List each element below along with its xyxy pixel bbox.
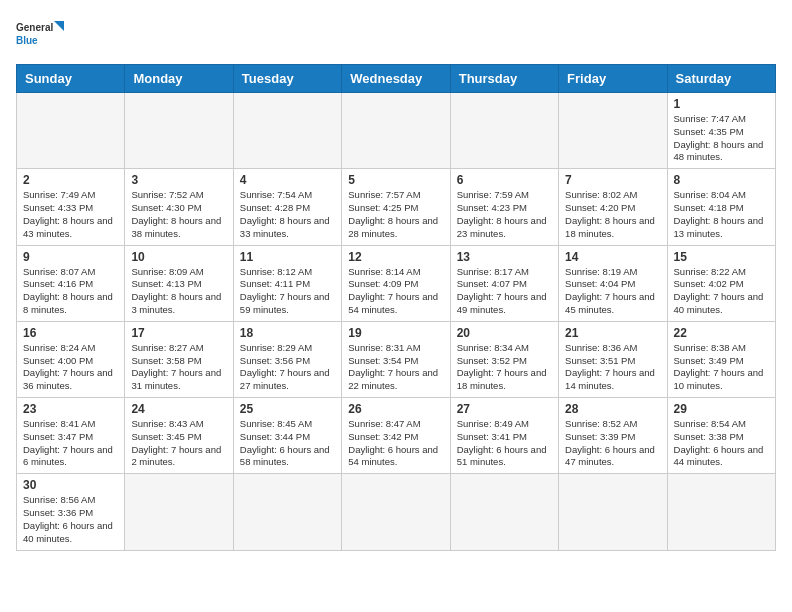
calendar-cell xyxy=(125,474,233,550)
calendar-cell: 10Sunrise: 8:09 AM Sunset: 4:13 PM Dayli… xyxy=(125,245,233,321)
day-info: Sunrise: 7:57 AM Sunset: 4:25 PM Dayligh… xyxy=(348,189,443,240)
day-number: 17 xyxy=(131,326,226,340)
day-number: 5 xyxy=(348,173,443,187)
day-number: 26 xyxy=(348,402,443,416)
day-number: 14 xyxy=(565,250,660,264)
svg-text:Blue: Blue xyxy=(16,35,38,46)
calendar-cell: 1Sunrise: 7:47 AM Sunset: 4:35 PM Daylig… xyxy=(667,93,775,169)
calendar-week-row: 9Sunrise: 8:07 AM Sunset: 4:16 PM Daylig… xyxy=(17,245,776,321)
calendar-week-row: 30Sunrise: 8:56 AM Sunset: 3:36 PM Dayli… xyxy=(17,474,776,550)
day-number: 19 xyxy=(348,326,443,340)
calendar-header-wednesday: Wednesday xyxy=(342,65,450,93)
day-number: 13 xyxy=(457,250,552,264)
day-info: Sunrise: 7:47 AM Sunset: 4:35 PM Dayligh… xyxy=(674,113,769,164)
calendar-header-sunday: Sunday xyxy=(17,65,125,93)
calendar-cell: 20Sunrise: 8:34 AM Sunset: 3:52 PM Dayli… xyxy=(450,321,558,397)
day-number: 16 xyxy=(23,326,118,340)
calendar-cell: 3Sunrise: 7:52 AM Sunset: 4:30 PM Daylig… xyxy=(125,169,233,245)
day-number: 25 xyxy=(240,402,335,416)
day-number: 28 xyxy=(565,402,660,416)
day-info: Sunrise: 8:29 AM Sunset: 3:56 PM Dayligh… xyxy=(240,342,335,393)
day-number: 20 xyxy=(457,326,552,340)
day-info: Sunrise: 8:49 AM Sunset: 3:41 PM Dayligh… xyxy=(457,418,552,469)
day-info: Sunrise: 8:47 AM Sunset: 3:42 PM Dayligh… xyxy=(348,418,443,469)
calendar-week-row: 23Sunrise: 8:41 AM Sunset: 3:47 PM Dayli… xyxy=(17,398,776,474)
calendar-cell xyxy=(559,474,667,550)
day-info: Sunrise: 8:52 AM Sunset: 3:39 PM Dayligh… xyxy=(565,418,660,469)
calendar-cell: 11Sunrise: 8:12 AM Sunset: 4:11 PM Dayli… xyxy=(233,245,341,321)
logo: General Blue xyxy=(16,16,66,56)
calendar-header-monday: Monday xyxy=(125,65,233,93)
calendar-cell: 7Sunrise: 8:02 AM Sunset: 4:20 PM Daylig… xyxy=(559,169,667,245)
calendar-cell: 5Sunrise: 7:57 AM Sunset: 4:25 PM Daylig… xyxy=(342,169,450,245)
day-number: 7 xyxy=(565,173,660,187)
day-number: 27 xyxy=(457,402,552,416)
day-number: 21 xyxy=(565,326,660,340)
page-header: General Blue xyxy=(16,16,776,56)
calendar-cell xyxy=(667,474,775,550)
day-info: Sunrise: 8:19 AM Sunset: 4:04 PM Dayligh… xyxy=(565,266,660,317)
day-info: Sunrise: 8:34 AM Sunset: 3:52 PM Dayligh… xyxy=(457,342,552,393)
calendar-cell: 19Sunrise: 8:31 AM Sunset: 3:54 PM Dayli… xyxy=(342,321,450,397)
day-number: 6 xyxy=(457,173,552,187)
calendar-cell xyxy=(233,474,341,550)
calendar-week-row: 16Sunrise: 8:24 AM Sunset: 4:00 PM Dayli… xyxy=(17,321,776,397)
calendar-week-row: 1Sunrise: 7:47 AM Sunset: 4:35 PM Daylig… xyxy=(17,93,776,169)
calendar-header-row: SundayMondayTuesdayWednesdayThursdayFrid… xyxy=(17,65,776,93)
day-number: 12 xyxy=(348,250,443,264)
day-info: Sunrise: 8:07 AM Sunset: 4:16 PM Dayligh… xyxy=(23,266,118,317)
day-number: 2 xyxy=(23,173,118,187)
day-number: 18 xyxy=(240,326,335,340)
calendar-cell: 23Sunrise: 8:41 AM Sunset: 3:47 PM Dayli… xyxy=(17,398,125,474)
day-info: Sunrise: 8:45 AM Sunset: 3:44 PM Dayligh… xyxy=(240,418,335,469)
calendar-header-thursday: Thursday xyxy=(450,65,558,93)
calendar-cell xyxy=(342,474,450,550)
day-info: Sunrise: 8:27 AM Sunset: 3:58 PM Dayligh… xyxy=(131,342,226,393)
calendar-table: SundayMondayTuesdayWednesdayThursdayFrid… xyxy=(16,64,776,551)
calendar-cell: 30Sunrise: 8:56 AM Sunset: 3:36 PM Dayli… xyxy=(17,474,125,550)
day-number: 3 xyxy=(131,173,226,187)
calendar-cell: 8Sunrise: 8:04 AM Sunset: 4:18 PM Daylig… xyxy=(667,169,775,245)
day-info: Sunrise: 8:41 AM Sunset: 3:47 PM Dayligh… xyxy=(23,418,118,469)
calendar-cell: 25Sunrise: 8:45 AM Sunset: 3:44 PM Dayli… xyxy=(233,398,341,474)
calendar-cell: 14Sunrise: 8:19 AM Sunset: 4:04 PM Dayli… xyxy=(559,245,667,321)
day-number: 30 xyxy=(23,478,118,492)
day-info: Sunrise: 8:56 AM Sunset: 3:36 PM Dayligh… xyxy=(23,494,118,545)
day-number: 10 xyxy=(131,250,226,264)
calendar-cell xyxy=(450,93,558,169)
day-number: 22 xyxy=(674,326,769,340)
day-info: Sunrise: 8:09 AM Sunset: 4:13 PM Dayligh… xyxy=(131,266,226,317)
calendar-cell: 12Sunrise: 8:14 AM Sunset: 4:09 PM Dayli… xyxy=(342,245,450,321)
day-info: Sunrise: 8:17 AM Sunset: 4:07 PM Dayligh… xyxy=(457,266,552,317)
calendar-cell xyxy=(450,474,558,550)
day-number: 15 xyxy=(674,250,769,264)
calendar-cell: 28Sunrise: 8:52 AM Sunset: 3:39 PM Dayli… xyxy=(559,398,667,474)
calendar-cell: 15Sunrise: 8:22 AM Sunset: 4:02 PM Dayli… xyxy=(667,245,775,321)
day-info: Sunrise: 7:54 AM Sunset: 4:28 PM Dayligh… xyxy=(240,189,335,240)
calendar-cell: 9Sunrise: 8:07 AM Sunset: 4:16 PM Daylig… xyxy=(17,245,125,321)
svg-marker-2 xyxy=(54,21,64,31)
svg-text:General: General xyxy=(16,22,53,33)
calendar-cell xyxy=(17,93,125,169)
calendar-cell: 4Sunrise: 7:54 AM Sunset: 4:28 PM Daylig… xyxy=(233,169,341,245)
day-number: 4 xyxy=(240,173,335,187)
calendar-header-saturday: Saturday xyxy=(667,65,775,93)
day-info: Sunrise: 8:54 AM Sunset: 3:38 PM Dayligh… xyxy=(674,418,769,469)
calendar-cell: 6Sunrise: 7:59 AM Sunset: 4:23 PM Daylig… xyxy=(450,169,558,245)
calendar-cell: 27Sunrise: 8:49 AM Sunset: 3:41 PM Dayli… xyxy=(450,398,558,474)
day-number: 9 xyxy=(23,250,118,264)
calendar-cell: 2Sunrise: 7:49 AM Sunset: 4:33 PM Daylig… xyxy=(17,169,125,245)
day-info: Sunrise: 8:31 AM Sunset: 3:54 PM Dayligh… xyxy=(348,342,443,393)
day-number: 1 xyxy=(674,97,769,111)
day-info: Sunrise: 8:43 AM Sunset: 3:45 PM Dayligh… xyxy=(131,418,226,469)
day-info: Sunrise: 7:59 AM Sunset: 4:23 PM Dayligh… xyxy=(457,189,552,240)
calendar-cell: 17Sunrise: 8:27 AM Sunset: 3:58 PM Dayli… xyxy=(125,321,233,397)
calendar-header-tuesday: Tuesday xyxy=(233,65,341,93)
calendar-cell xyxy=(233,93,341,169)
day-info: Sunrise: 7:52 AM Sunset: 4:30 PM Dayligh… xyxy=(131,189,226,240)
logo-svg: General Blue xyxy=(16,16,66,56)
day-number: 24 xyxy=(131,402,226,416)
day-info: Sunrise: 8:36 AM Sunset: 3:51 PM Dayligh… xyxy=(565,342,660,393)
day-number: 11 xyxy=(240,250,335,264)
day-info: Sunrise: 8:14 AM Sunset: 4:09 PM Dayligh… xyxy=(348,266,443,317)
